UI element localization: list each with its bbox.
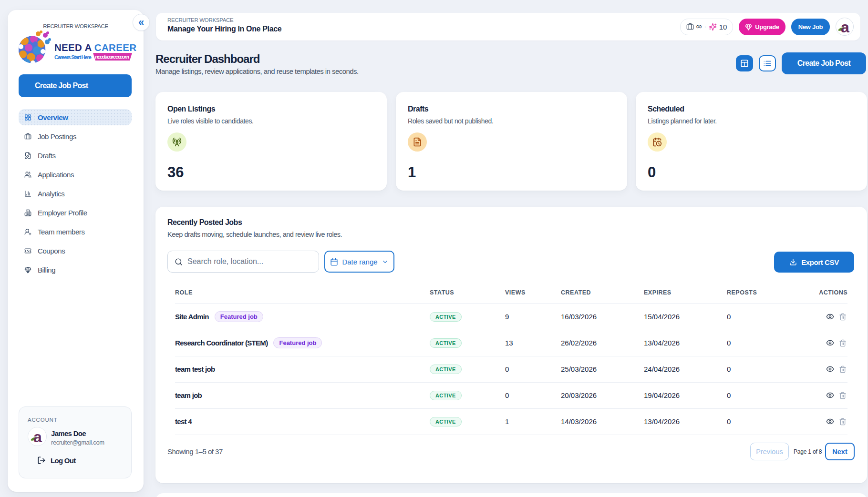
svg-text:Careers Start Here: Careers Start Here (54, 54, 92, 60)
svg-text:NEED A CAREER: NEED A CAREER (54, 42, 136, 53)
svg-text:a: a (33, 429, 42, 444)
svg-text:a: a (841, 20, 849, 34)
svg-text:needacareer.com: needacareer.com (95, 54, 129, 60)
